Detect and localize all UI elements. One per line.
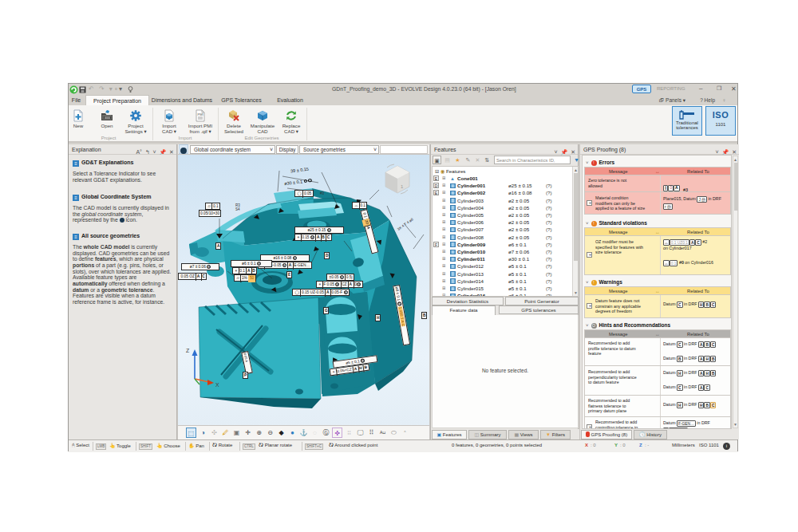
svg-text:X: X — [215, 382, 219, 388]
svg-text:Z: Z — [186, 348, 190, 353]
svg-text:PMI: PMI — [198, 112, 203, 116]
